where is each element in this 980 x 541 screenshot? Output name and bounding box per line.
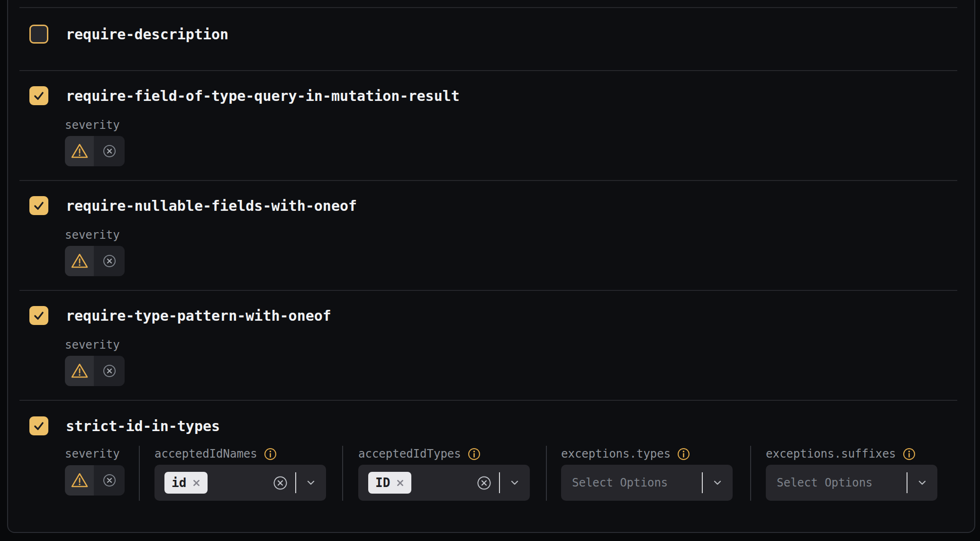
rule-checkbox-checked[interactable]	[29, 86, 48, 105]
multiselect-accepted-id-types[interactable]: ID	[358, 465, 530, 501]
warning-triangle-icon	[70, 143, 89, 160]
select-separator	[907, 472, 907, 493]
severity-warn-button[interactable]	[65, 465, 94, 496]
rule-checkbox-checked[interactable]	[29, 416, 48, 435]
circle-x-icon	[103, 144, 116, 158]
rule-name: require-field-of-type-query-in-mutation-…	[66, 88, 460, 104]
x-mark-icon[interactable]	[192, 479, 200, 487]
circle-x-icon	[103, 474, 116, 487]
checkmark-icon	[33, 90, 45, 102]
severity-label: severity	[65, 228, 120, 242]
rule-name: require-nullable-fields-with-oneof	[66, 198, 357, 214]
rule-row: require-nullable-fields-with-oneof sever…	[0, 180, 980, 290]
severity-toggle	[65, 136, 125, 166]
severity-off-button[interactable]	[94, 465, 125, 496]
select-separator	[295, 472, 296, 493]
circle-x-clear-icon	[477, 476, 491, 490]
column-divider	[750, 446, 751, 501]
column-divider	[546, 446, 547, 501]
column-divider	[139, 446, 140, 501]
rules-config-screen: require-description require-field-of-typ…	[0, 0, 980, 541]
circle-x-icon	[103, 364, 116, 378]
chevron-down-icon[interactable]	[711, 477, 724, 488]
rule-checkbox-checked[interactable]	[29, 196, 48, 215]
option-label: acceptedIdNames	[154, 447, 257, 460]
severity-label: severity	[65, 338, 120, 352]
select-placeholder: Select Options	[777, 465, 872, 501]
severity-off-button[interactable]	[94, 136, 125, 166]
rule-name: require-type-pattern-with-oneof	[66, 307, 331, 324]
circle-info-icon[interactable]	[468, 448, 481, 460]
severity-toggle	[65, 246, 125, 276]
clear-selection-button[interactable]	[477, 476, 491, 490]
circle-x-icon	[103, 254, 116, 268]
circle-info-icon[interactable]	[903, 448, 916, 460]
chevron-down-icon[interactable]	[304, 477, 318, 488]
rule-name: require-description	[66, 26, 228, 43]
rule-row: require-description	[0, 7, 980, 70]
tag-value: ID	[375, 476, 390, 490]
severity-warn-button[interactable]	[65, 136, 94, 166]
severity-warn-button[interactable]	[65, 246, 94, 276]
rule-name: strict-id-in-types	[66, 418, 220, 434]
select-separator	[702, 472, 703, 493]
circle-info-icon[interactable]	[677, 448, 690, 460]
rule-row: require-field-of-type-query-in-mutation-…	[0, 70, 980, 180]
rule-checkbox-checked[interactable]	[29, 306, 48, 325]
chevron-down-icon[interactable]	[916, 477, 929, 488]
warning-triangle-icon	[70, 472, 89, 489]
clear-selection-button[interactable]	[273, 476, 287, 490]
warning-triangle-icon	[70, 252, 89, 270]
option-label: exceptions.suffixes	[766, 447, 896, 460]
selected-tag: ID	[368, 472, 411, 494]
chevron-down-icon[interactable]	[508, 477, 521, 488]
checkmark-icon	[33, 420, 45, 432]
option-label: exceptions.types	[561, 447, 671, 460]
severity-label: severity	[65, 447, 120, 460]
select-separator	[499, 472, 500, 493]
x-mark-icon[interactable]	[396, 479, 404, 487]
severity-label: severity	[65, 118, 120, 132]
warning-triangle-icon	[70, 362, 89, 379]
circle-info-icon[interactable]	[264, 448, 277, 460]
rule-row: strict-id-in-types severity accep	[0, 400, 980, 533]
tag-value: id	[172, 476, 186, 490]
severity-toggle	[65, 465, 125, 496]
circle-x-clear-icon	[273, 476, 287, 490]
rule-checkbox-unchecked[interactable]	[29, 25, 48, 44]
severity-off-button[interactable]	[94, 246, 125, 276]
multiselect-accepted-id-names[interactable]: id	[154, 465, 326, 501]
selected-tag: id	[164, 472, 208, 494]
severity-warn-button[interactable]	[65, 356, 94, 386]
checkmark-icon	[33, 309, 45, 322]
select-placeholder: Select Options	[572, 465, 668, 501]
multiselect-exceptions-suffixes[interactable]: Select Options	[766, 465, 937, 501]
severity-toggle	[65, 356, 125, 386]
rule-row: require-type-pattern-with-oneof severity	[0, 290, 980, 400]
severity-off-button[interactable]	[94, 356, 125, 386]
option-label: acceptedIdTypes	[358, 447, 461, 460]
column-divider	[342, 446, 343, 501]
multiselect-exceptions-types[interactable]: Select Options	[561, 465, 733, 501]
checkmark-icon	[33, 199, 45, 212]
